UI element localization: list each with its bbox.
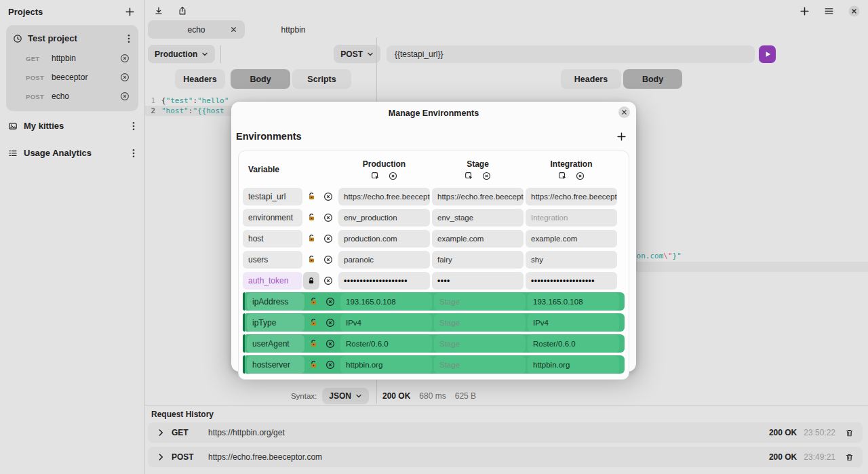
remove-variable-icon[interactable] bbox=[320, 192, 336, 201]
remove-request-icon[interactable] bbox=[120, 92, 130, 101]
value-input-integration[interactable]: Roster/0.6.0 bbox=[528, 335, 619, 353]
unlock-icon[interactable] bbox=[304, 339, 322, 348]
environment-select[interactable]: Production bbox=[148, 45, 215, 63]
variable-name-input[interactable]: ipType bbox=[247, 314, 304, 332]
remove-variable-icon[interactable] bbox=[322, 339, 338, 349]
value-input-production[interactable]: production.com bbox=[338, 230, 430, 248]
value-input-stage[interactable]: Stage bbox=[434, 335, 526, 353]
tab-echo[interactable]: echo bbox=[148, 20, 245, 39]
unlock-icon[interactable] bbox=[304, 360, 322, 369]
sidebar-item-usage-analytics[interactable]: Usage Analytics bbox=[0, 140, 144, 165]
value-input-stage[interactable]: Stage bbox=[434, 293, 526, 311]
value-input-production[interactable]: paranoic bbox=[338, 251, 430, 269]
download-icon[interactable] bbox=[154, 6, 163, 16]
remove-variable-icon[interactable] bbox=[322, 318, 338, 328]
remove-variable-icon[interactable] bbox=[320, 276, 336, 285]
value-input-stage[interactable]: •••• bbox=[432, 272, 524, 290]
unlock-icon[interactable] bbox=[304, 297, 322, 306]
trash-icon[interactable] bbox=[845, 429, 854, 437]
sidebar-item-beeceptor[interactable]: POST beeceptor bbox=[6, 68, 138, 87]
tab-response-headers[interactable]: Headers bbox=[561, 69, 621, 89]
add-tab-icon[interactable] bbox=[800, 6, 810, 16]
value-input-stage[interactable]: Stage bbox=[434, 314, 526, 332]
close-window-icon[interactable] bbox=[848, 5, 860, 17]
remove-environment-icon[interactable] bbox=[576, 172, 585, 180]
variable-name-input[interactable]: auth_token bbox=[243, 272, 302, 290]
trash-icon[interactable] bbox=[845, 453, 854, 462]
value-input-production[interactable]: 193.165.0.108 bbox=[340, 293, 432, 311]
value-input-integration[interactable]: httpbin.org bbox=[528, 356, 619, 374]
request-bar: Production POST {{testapi_url}} bbox=[148, 45, 868, 63]
url-input[interactable]: {{testapi_url}} bbox=[387, 45, 755, 63]
value-input-stage[interactable]: example.com bbox=[432, 230, 524, 248]
value-input-integration[interactable]: https://echo.free.beecepto bbox=[526, 188, 617, 205]
tab-httpbin[interactable]: httpbin bbox=[245, 20, 342, 39]
remove-environment-icon[interactable] bbox=[482, 172, 491, 180]
unlock-icon[interactable] bbox=[302, 213, 320, 222]
value-input-integration[interactable]: IPv4 bbox=[528, 314, 619, 332]
variable-name-input[interactable]: userAgent bbox=[247, 335, 304, 353]
syntax-select[interactable]: JSON bbox=[322, 388, 369, 404]
unlock-icon[interactable] bbox=[302, 234, 320, 243]
variable-name-input[interactable]: users bbox=[243, 251, 302, 269]
value-input-stage[interactable]: Stage bbox=[434, 356, 526, 374]
value-input-production[interactable]: env_production bbox=[338, 209, 430, 226]
value-input-integration[interactable]: 193.165.0.108 bbox=[528, 293, 619, 311]
unlock-icon[interactable] bbox=[304, 318, 322, 327]
close-modal-icon[interactable] bbox=[618, 106, 630, 118]
history-row[interactable]: GET https://httpbin.org/get 200 OK 23:50… bbox=[148, 422, 863, 443]
tab-request-body[interactable]: Body bbox=[231, 69, 290, 89]
sidebar-item-echo[interactable]: POST echo bbox=[6, 87, 138, 106]
add-project-icon[interactable] bbox=[125, 7, 135, 17]
remove-variable-icon[interactable] bbox=[320, 255, 336, 264]
duplicate-environment-icon[interactable] bbox=[465, 172, 473, 180]
remove-variable-icon[interactable] bbox=[322, 297, 338, 307]
remove-request-icon[interactable] bbox=[120, 73, 130, 82]
value-input-production[interactable]: https://echo.free.beecepto bbox=[338, 188, 430, 205]
tab-request-scripts[interactable]: Scripts bbox=[292, 69, 351, 89]
value-input-production[interactable]: httpbin.org bbox=[340, 356, 432, 374]
variable-name-input[interactable]: ipAddress bbox=[247, 293, 304, 311]
tab-request-headers[interactable]: Headers bbox=[175, 69, 225, 89]
remove-variable-icon[interactable] bbox=[320, 234, 336, 243]
chevron-right-icon[interactable] bbox=[157, 453, 165, 461]
tab-response-body[interactable]: Body bbox=[623, 69, 682, 89]
sidebar-item-httpbin[interactable]: GET httpbin bbox=[6, 49, 138, 68]
value-input-integration[interactable]: shy bbox=[526, 251, 617, 269]
value-input-integration[interactable]: Integration bbox=[526, 209, 617, 226]
variable-name-input[interactable]: testapi_url bbox=[243, 188, 302, 205]
value-input-production[interactable]: Roster/0.6.0 bbox=[340, 335, 432, 353]
value-input-production[interactable]: IPv4 bbox=[340, 314, 432, 332]
sidebar-item-my-kitties[interactable]: My kitties bbox=[0, 113, 144, 138]
remove-request-icon[interactable] bbox=[120, 54, 130, 63]
remove-environment-icon[interactable] bbox=[389, 172, 397, 180]
project-header[interactable]: Test project bbox=[6, 26, 138, 49]
kebab-menu-icon[interactable] bbox=[127, 34, 130, 43]
duplicate-environment-icon[interactable] bbox=[558, 172, 567, 180]
add-environment-icon[interactable] bbox=[616, 132, 627, 142]
value-input-stage[interactable]: env_stage bbox=[432, 209, 524, 226]
remove-variable-icon[interactable] bbox=[320, 213, 336, 222]
history-row[interactable]: POST https://echo.free.beeceptor.com 200… bbox=[148, 447, 863, 467]
menu-icon[interactable] bbox=[824, 6, 834, 16]
duplicate-environment-icon[interactable] bbox=[371, 172, 380, 180]
variable-name-input[interactable]: hostserver bbox=[247, 356, 304, 374]
variable-name-input[interactable]: host bbox=[243, 230, 302, 248]
close-tab-icon[interactable] bbox=[230, 26, 237, 33]
send-request-button[interactable] bbox=[759, 45, 776, 63]
chevron-right-icon[interactable] bbox=[157, 429, 165, 437]
lock-icon[interactable] bbox=[303, 272, 319, 290]
value-input-stage[interactable]: https://echo.free.beecepto bbox=[432, 188, 524, 205]
remove-variable-icon[interactable] bbox=[322, 360, 338, 370]
variable-name-input[interactable]: environment bbox=[243, 209, 302, 226]
value-input-production[interactable]: •••••••••••••••••••• bbox=[338, 272, 430, 290]
unlock-icon[interactable] bbox=[302, 192, 320, 201]
value-input-integration[interactable]: example.com bbox=[526, 230, 617, 248]
kebab-menu-icon[interactable] bbox=[132, 149, 135, 158]
value-input-stage[interactable]: fairy bbox=[432, 251, 524, 269]
unlock-icon[interactable] bbox=[302, 255, 320, 264]
share-icon[interactable] bbox=[178, 6, 187, 16]
method-select[interactable]: POST bbox=[334, 45, 380, 63]
value-input-integration[interactable]: •••••••••••••••••••• bbox=[526, 272, 617, 290]
kebab-menu-icon[interactable] bbox=[132, 121, 135, 131]
